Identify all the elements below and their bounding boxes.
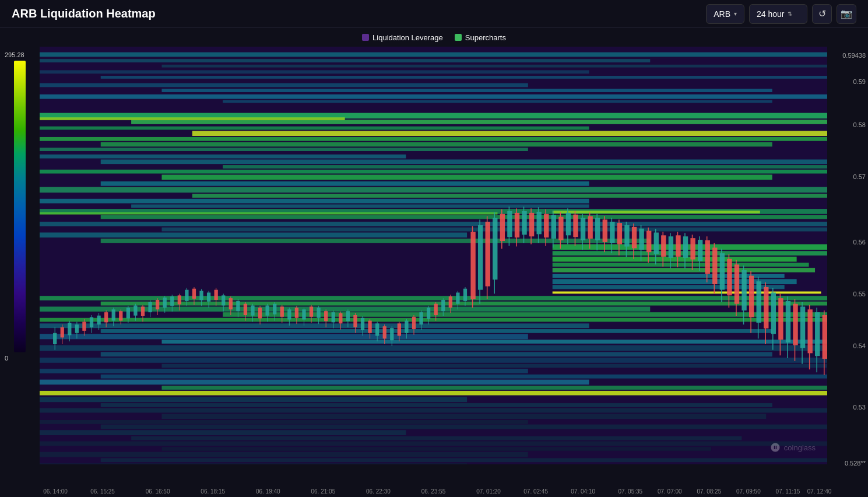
svg-rect-123 (222, 295, 225, 305)
svg-rect-241 (654, 233, 659, 254)
asset-label: ARB (714, 9, 730, 19)
watermark-text: coinglass (784, 443, 816, 452)
legend-item-supercharts: Supercharts (455, 33, 506, 42)
svg-rect-151 (324, 311, 328, 321)
svg-rect-51 (40, 345, 827, 351)
svg-rect-57 (40, 380, 589, 385)
svg-rect-283 (807, 309, 812, 353)
svg-rect-44 (40, 307, 650, 312)
svg-rect-33 (553, 244, 827, 250)
svg-rect-54 (161, 364, 827, 368)
svg-rect-189 (463, 289, 467, 301)
svg-rect-137 (273, 304, 276, 314)
svg-rect-109 (170, 296, 174, 306)
svg-rect-279 (793, 304, 797, 345)
svg-rect-267 (749, 276, 754, 317)
svg-rect-52 (101, 352, 772, 357)
legend-label-supercharts: Supercharts (465, 33, 506, 42)
svg-rect-121 (215, 290, 218, 300)
svg-rect-12 (40, 127, 589, 130)
svg-rect-287 (823, 315, 827, 359)
svg-rect-14 (40, 137, 827, 141)
svg-rect-229 (610, 222, 614, 243)
svg-rect-16 (40, 148, 528, 151)
svg-rect-131 (251, 306, 254, 316)
svg-rect-79 (61, 327, 64, 337)
time-label: 06. 14:00 (43, 488, 68, 495)
svg-rect-233 (624, 225, 629, 247)
chevron-updown-icon: ⇅ (788, 10, 792, 17)
svg-rect-9 (223, 100, 772, 103)
svg-rect-89 (97, 316, 100, 324)
svg-rect-185 (449, 296, 452, 307)
svg-rect-29 (40, 222, 827, 226)
svg-rect-145 (302, 309, 305, 319)
time-label: 06. 21:05 (311, 488, 336, 495)
time-label: 07. 02:45 (523, 488, 548, 495)
screenshot-button[interactable]: 📷 (837, 4, 856, 24)
chart-legend: Liquidation Leverage Supercharts (0, 28, 868, 47)
time-label: 24 hour (757, 9, 784, 19)
svg-rect-56 (101, 374, 827, 379)
svg-rect-203 (515, 213, 519, 237)
svg-rect-197 (493, 218, 497, 280)
time-label: 07. 05:35 (618, 488, 642, 495)
svg-rect-239 (646, 231, 651, 253)
svg-rect-119 (207, 293, 210, 302)
svg-rect-47 (40, 323, 589, 328)
svg-rect-177 (419, 312, 423, 324)
svg-rect-149 (317, 308, 320, 318)
svg-rect-3 (161, 65, 827, 68)
svg-rect-243 (661, 235, 666, 257)
svg-rect-71 (101, 458, 827, 462)
heatmap-chart[interactable]: coinglass (40, 47, 827, 464)
svg-rect-15 (101, 142, 772, 147)
svg-rect-85 (82, 322, 86, 331)
svg-rect-253 (698, 240, 702, 261)
svg-rect-65 (101, 425, 827, 429)
svg-rect-105 (156, 300, 159, 309)
svg-rect-41 (553, 292, 821, 294)
svg-rect-113 (185, 290, 188, 301)
svg-rect-59 (40, 391, 827, 396)
svg-rect-143 (295, 308, 298, 318)
scale-top-label: 295.28 (0, 51, 24, 58)
svg-rect-55 (40, 369, 528, 373)
svg-rect-277 (786, 301, 790, 342)
svg-rect-211 (544, 214, 549, 237)
time-label: 07. 11:15 (776, 488, 800, 495)
svg-rect-17 (40, 155, 406, 159)
time-axis (40, 464, 868, 481)
svg-rect-209 (536, 212, 541, 234)
chart-wrapper: 295.28 0 (0, 47, 868, 481)
svg-rect-235 (632, 227, 637, 249)
refresh-button[interactable]: ↺ (812, 4, 832, 24)
camera-icon: 📷 (841, 8, 852, 19)
svg-rect-255 (705, 240, 710, 274)
svg-rect-95 (119, 311, 122, 320)
svg-rect-26 (131, 204, 589, 208)
svg-rect-37 (553, 268, 815, 272)
svg-rect-107 (163, 298, 167, 307)
svg-rect-191 (470, 232, 475, 299)
time-label: 06. 22:30 (366, 488, 391, 495)
svg-rect-62 (40, 408, 827, 413)
svg-rect-66 (40, 430, 406, 435)
svg-rect-68 (40, 442, 827, 446)
svg-rect-4 (40, 70, 589, 74)
time-selector[interactable]: 24 hour ⇅ (749, 4, 807, 24)
svg-rect-269 (757, 281, 761, 323)
svg-rect-147 (310, 307, 313, 317)
svg-rect-48 (101, 329, 772, 333)
svg-rect-247 (676, 235, 680, 257)
svg-rect-50 (161, 340, 827, 344)
chevron-down-icon: ▾ (734, 10, 737, 17)
svg-rect-135 (265, 306, 269, 316)
svg-rect-8 (40, 94, 827, 99)
svg-rect-231 (617, 223, 622, 244)
svg-rect-237 (639, 229, 644, 250)
svg-rect-31 (40, 233, 467, 238)
svg-rect-93 (112, 309, 115, 320)
svg-rect-7 (161, 89, 772, 92)
asset-selector[interactable]: ARB ▾ (706, 4, 744, 24)
